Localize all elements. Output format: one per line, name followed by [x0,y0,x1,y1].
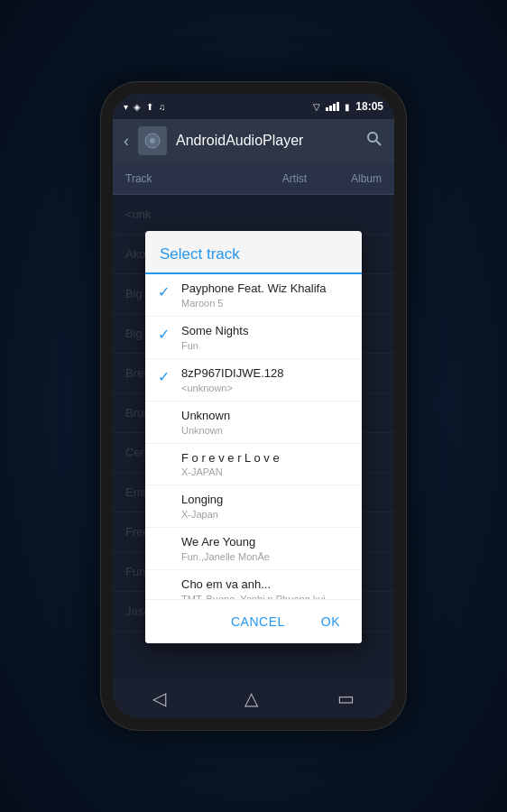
item-text: 8zP967IDIJWE.128<unknown> [181,366,349,393]
item-text: Payphone Feat. Wiz KhalifaMaroon 5 [181,281,349,309]
item-text: Some NightsFun [181,324,349,351]
item-title: 8zP967IDIJWE.128 [181,366,349,382]
check-icon: ✓ [158,326,172,343]
item-title: Payphone Feat. Wiz Khalifa [181,281,349,297]
track-list-item[interactable]: Cho em va anh...TMT, Bueno, Yanbi n Phuo… [145,570,362,599]
column-headers: Track Artist Album [113,162,394,195]
select-track-dialog: Select track ✓Payphone Feat. Wiz Khalifa… [145,231,362,643]
track-list-item[interactable]: ✓Some NightsFun [145,317,362,359]
search-icon [365,130,383,148]
cancel-button[interactable]: Cancel [217,607,300,636]
item-subtitle: Fun.,Janelle MonÄe [181,551,349,562]
dialog-track-list[interactable]: ✓Payphone Feat. Wiz KhalifaMaroon 5✓Some… [145,274,362,599]
app-bar: ‹ AndroidAudioPlayer [113,119,394,162]
item-text: Cho em va anh...TMT, Bueno, Yanbi n Phuo… [181,577,349,599]
item-subtitle: Maroon 5 [181,298,349,309]
nav-recents-button[interactable]: ▭ [319,680,373,716]
status-bar: ▾ ◈ ⬆ ♫ ▽ ▮ 18:05 [113,94,394,119]
album-header: Album [351,172,382,185]
dialog-overlay: Select track ✓Payphone Feat. Wiz Khalifa… [113,195,394,678]
item-text: F o r e v e r L o v eX-JAPAN [181,451,349,478]
track-list-item[interactable]: LongingX-Japan [145,485,362,528]
track-list-item[interactable]: ✓8zP967IDIJWE.128<unknown> [145,359,362,401]
track-list-item[interactable]: UnknownUnknown [145,401,362,444]
signal-bar-2 [329,106,332,111]
item-title: We Are Young [181,535,349,550]
item-subtitle: X-Japan [181,509,349,520]
item-text: UnknownUnknown [181,409,349,436]
notification-icon: ▾ [124,102,128,112]
signal-bars [326,102,339,111]
artist-header: Artist [238,172,351,185]
item-subtitle: X-JAPAN [181,466,349,477]
track-list-item[interactable]: We Are YoungFun.,Janelle MonÄe [145,528,362,570]
media-icon: ♫ [159,102,166,112]
status-right-icons: ▽ ▮ 18:05 [313,100,383,113]
item-text: LongingX-Japan [181,493,349,520]
item-title: Cho em va anh... [181,577,349,593]
signal-bar-3 [333,104,336,111]
dialog-buttons: Cancel OK [145,599,362,643]
item-subtitle: Unknown [181,425,349,436]
battery-icon: ▮ [345,102,350,112]
item-title: Unknown [181,409,349,424]
check-icon: ✓ [158,368,172,385]
signal-bar-1 [326,107,328,111]
back-button[interactable]: ‹ [124,132,129,151]
app-title: AndroidAudioPlayer [176,133,365,149]
svg-point-1 [150,138,155,143]
svg-point-2 [368,133,377,142]
dialog-title: Select track [145,231,362,274]
status-left-icons: ▾ ◈ ⬆ ♫ [124,102,166,112]
item-subtitle: <unknown> [181,383,349,393]
track-header: Track [125,172,238,185]
app-icon [138,126,167,155]
nav-home-button[interactable]: △ [226,680,276,716]
check-icon: ✓ [158,283,172,300]
signal-bar-4 [336,102,339,111]
music-icon [143,132,161,150]
item-subtitle: Fun [181,340,349,351]
item-subtitle: TMT, Bueno, Yanbi n Phuong kui [181,594,349,599]
ok-button[interactable]: OK [307,607,355,636]
item-title: Some Nights [181,324,349,339]
wifi-icon: ⬆ [146,102,153,112]
signal-icon: ◈ [134,102,141,112]
download-icon: ▽ [313,102,320,112]
svg-line-3 [376,141,381,145]
background-list: <unk Akon Big B Big T Brett Brund Cente … [113,195,394,678]
item-title: Longing [181,493,349,508]
track-list-item[interactable]: ✓Payphone Feat. Wiz KhalifaMaroon 5 [145,274,362,317]
nav-back-button[interactable]: ◁ [134,680,184,716]
phone-screen: ▾ ◈ ⬆ ♫ ▽ ▮ 18:05 ‹ [113,94,394,718]
item-text: We Are YoungFun.,Janelle MonÄe [181,535,349,562]
phone-device: ▾ ◈ ⬆ ♫ ▽ ▮ 18:05 ‹ [100,81,407,731]
status-time: 18:05 [355,100,383,113]
search-button[interactable] [365,130,383,152]
item-title: F o r e v e r L o v e [181,451,349,466]
nav-bar: ◁ △ ▭ [113,678,394,718]
track-list-item[interactable]: F o r e v e r L o v eX-JAPAN [145,444,362,486]
